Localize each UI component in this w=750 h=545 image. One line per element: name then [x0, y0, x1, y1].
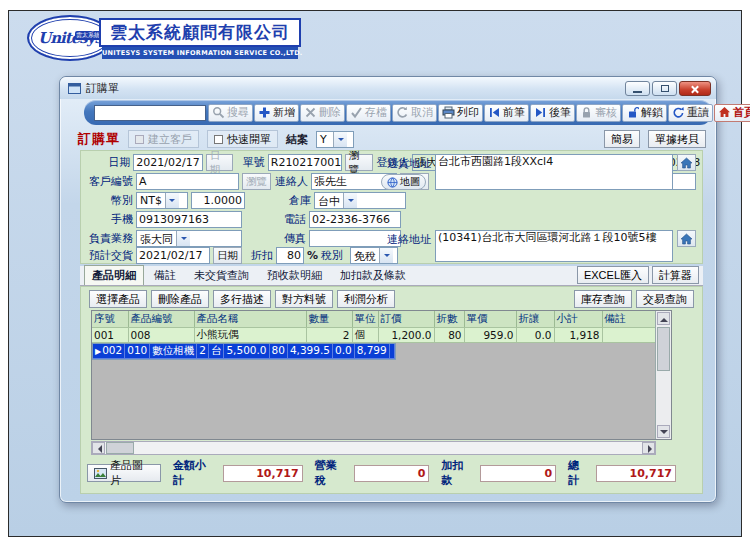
contact-addr-field[interactable]: (10341)台北市大同區環河北路１段10號5樓 [435, 230, 673, 262]
maximize-button[interactable] [652, 81, 677, 96]
toolbar-button-next[interactable]: 後筆 [530, 104, 575, 122]
vertical-scrollbar[interactable] [655, 311, 671, 439]
detail-buttons-left-3[interactable]: 對方料號 [275, 290, 333, 308]
contact-label: 連絡人 [274, 174, 308, 189]
detail-buttons-left-0[interactable]: 選擇產品 [89, 290, 147, 308]
grid-column-header[interactable]: 單價 [464, 311, 516, 327]
tab-action-0[interactable]: EXCEL匯入 [577, 266, 649, 284]
phone-field[interactable]: 02-2336-3766 [309, 211, 401, 228]
scroll-left-arrow[interactable] [92, 442, 105, 454]
sales-tax-label: 營業稅 [315, 458, 348, 488]
grid-column-header[interactable]: 單位 [352, 311, 378, 327]
ship-addr-field[interactable]: 台北市西園路1段XXcl4 [435, 154, 673, 190]
quick-order-checkbox[interactable]: 快速開單 [207, 130, 278, 148]
contact-addr-home-button[interactable] [677, 230, 696, 247]
map-button[interactable]: 地圖 [381, 174, 426, 190]
save-icon [350, 106, 363, 119]
customer-no-field[interactable]: A [136, 173, 239, 190]
grid-column-header[interactable]: 數量 [306, 311, 352, 327]
tab-4[interactable]: 加扣款及條款 [332, 265, 414, 285]
total-value: 10,717 [596, 465, 676, 482]
selected-row-marker: ▶ [95, 347, 101, 356]
adjustment-value: 0 [480, 465, 556, 482]
grid-column-header[interactable]: 折讓 [516, 311, 554, 327]
toolbar-button-lock: 審核 [576, 104, 621, 122]
tab-0[interactable]: 產品明細 [84, 265, 144, 285]
total-label: 總計 [568, 458, 590, 488]
page-background: Unitesys 雲太系統 雲太系統顧問有限公司 UNITESYS SYSTEM… [8, 10, 742, 537]
toolbar-button-home[interactable]: 首頁 [714, 104, 750, 122]
grid-column-header[interactable]: 序號 [92, 311, 128, 327]
chevron-down-icon [176, 231, 190, 246]
tab-1[interactable]: 備註 [146, 265, 184, 285]
close-button[interactable] [679, 81, 711, 96]
detail-buttons-row: 選擇產品刪除產品多行描述對方料號利潤分析 庫存查詢交易查詢 [89, 290, 694, 308]
grid-header-row: 序號產品編號產品名稱數量單位訂價折數單價折讓小計備註 [92, 311, 655, 327]
product-image-button[interactable]: 產品圖片 [87, 464, 161, 482]
vertical-scroll-thumb[interactable] [657, 327, 670, 371]
copy-document-button[interactable]: 單據拷貝 [648, 130, 706, 148]
close-case-select[interactable]: Y [316, 131, 354, 148]
subtotal-value: 10,717 [223, 465, 303, 482]
delete-icon [304, 106, 317, 119]
discount-field[interactable]: 80 [276, 247, 304, 264]
browse-customer-button: 瀏覽 [242, 173, 271, 190]
delivery-date-button[interactable]: 日期 [213, 247, 242, 264]
sales-select[interactable]: 張大同 [136, 230, 242, 247]
horizontal-scrollbar[interactable] [91, 441, 656, 455]
order-items-table[interactable]: 序號產品編號產品名稱數量單位訂價折數單價折讓小計備註001008小熊玩偶2個1,… [92, 311, 655, 360]
grid-column-header[interactable]: 訂價 [378, 311, 434, 327]
totals-bar: 產品圖片 金額小計 10,717 營業稅 0 加扣款 0 總計 10,717 [87, 463, 676, 483]
search-input[interactable] [94, 105, 206, 121]
detail-buttons-right: 庫存查詢交易查詢 [574, 290, 694, 308]
toolbar-button-print[interactable]: 列印 [438, 104, 483, 122]
order-items-grid: 序號產品編號產品名稱數量單位訂價折數單價折讓小計備註001008小熊玩偶2個1,… [91, 310, 672, 440]
grid-column-header[interactable]: 備註 [602, 311, 655, 327]
detail-buttons-right-0[interactable]: 庫存查詢 [574, 290, 632, 308]
grid-column-header[interactable]: 產品名稱 [194, 311, 306, 327]
cancel-icon [396, 106, 409, 119]
checkbox-icon [214, 135, 223, 144]
order-no-label: 單號 [236, 155, 264, 170]
tax-type-select[interactable]: 免稅 [350, 247, 398, 264]
scroll-down-arrow[interactable] [657, 425, 670, 438]
browse-order-button[interactable]: 瀏覽 [345, 154, 373, 171]
minimize-button[interactable] [625, 81, 650, 96]
date-field[interactable]: 2021/02/17 [133, 154, 202, 171]
toolbar: 搜尋新增刪除存檔取消列印前筆後筆審核解鎖重讀首頁離開 [60, 99, 716, 126]
horizontal-scroll-thumb[interactable] [106, 442, 134, 454]
detail-buttons-left-4[interactable]: 利潤分析 [337, 290, 395, 308]
grid-column-header[interactable]: 小計 [554, 311, 602, 327]
scroll-right-arrow[interactable] [642, 442, 655, 454]
simple-mode-button[interactable]: 簡易 [604, 130, 640, 148]
toolbar-button-plus[interactable]: 新增 [254, 104, 299, 122]
table-row[interactable]: ▶002010數位相機2台5,500.0804,399.50.08,799 [92, 343, 396, 360]
order-no-field[interactable]: R210217001 [268, 154, 342, 171]
ship-addr-home-button[interactable] [677, 154, 696, 171]
print-icon [442, 106, 455, 119]
delivery-field[interactable]: 2021/02/17 [136, 247, 210, 264]
date-label: 日期 [87, 155, 130, 170]
tab-2[interactable]: 未交貨查詢 [186, 265, 257, 285]
toolbar-button-prev[interactable]: 前筆 [484, 104, 529, 122]
grid-column-header[interactable]: 折數 [434, 311, 464, 327]
company-name: 雲太系統顧問有限公司 [99, 18, 301, 47]
tab-action-1[interactable]: 計算器 [652, 266, 699, 284]
contact-addr-label: 連絡地址 [381, 232, 431, 247]
table-row[interactable]: 001008小熊玩偶2個1,200.080959.00.01,918 [92, 327, 655, 342]
currency-select[interactable]: NT$ [136, 192, 188, 209]
window-titlebar[interactable]: 訂購單 [60, 77, 716, 99]
detail-buttons-left-2[interactable]: 多行描述 [213, 290, 271, 308]
toolbar-button-reload[interactable]: 重讀 [668, 104, 713, 122]
scroll-up-arrow[interactable] [657, 312, 670, 325]
grid-column-header[interactable]: 產品編號 [128, 311, 194, 327]
tab-3[interactable]: 預收款明細 [259, 265, 330, 285]
toolbar-button-unlock[interactable]: 解鎖 [622, 104, 667, 122]
detail-buttons-right-1[interactable]: 交易查詢 [636, 290, 694, 308]
tabs-container: 產品明細備註未交貨查詢預收款明細加扣款及條款 [84, 265, 414, 285]
detail-buttons-left-1[interactable]: 刪除產品 [151, 290, 209, 308]
toolbar-pill: 搜尋新增刪除存檔取消列印前筆後筆審核解鎖重讀首頁離開 [84, 100, 712, 125]
currency-rate-field[interactable]: 1.0000 [191, 192, 245, 209]
warehouse-select[interactable]: 台中 [314, 192, 406, 209]
mobile-field[interactable]: 0913097163 [136, 211, 242, 228]
